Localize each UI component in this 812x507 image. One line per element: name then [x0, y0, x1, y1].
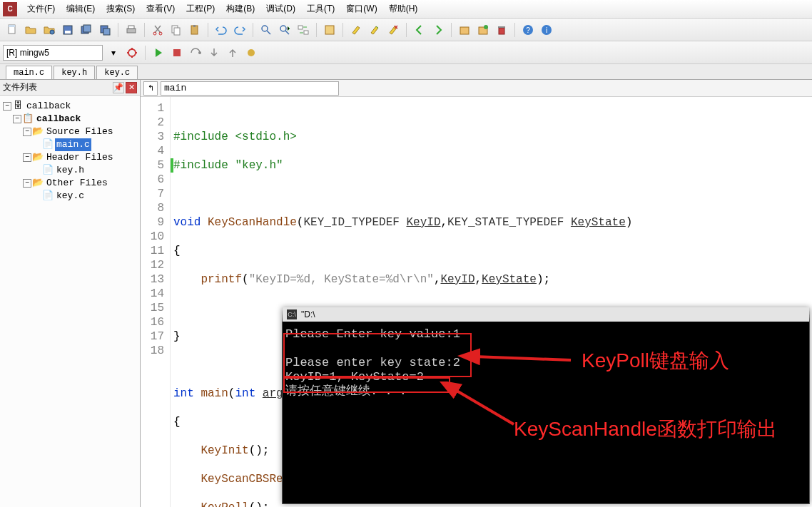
scope-select[interactable]: [161, 81, 339, 96]
svg-point-24: [484, 25, 488, 29]
svg-rect-9: [127, 29, 136, 33]
rebuild-button[interactable]: [475, 22, 491, 38]
paste-button[interactable]: [187, 22, 203, 38]
stop-button[interactable]: [169, 45, 185, 61]
cut-button[interactable]: [150, 22, 166, 38]
new-file-button[interactable]: [4, 22, 20, 38]
svg-rect-32: [173, 49, 181, 56]
tree-label: callback: [35, 113, 82, 126]
redo-button[interactable]: [232, 22, 248, 38]
menu-tools[interactable]: 工具(T): [301, 0, 340, 18]
file-tab-key-h[interactable]: key.h: [54, 66, 95, 79]
step-out-button[interactable]: [225, 45, 240, 61]
c-file-icon: 📄: [43, 140, 53, 150]
tree-label: Source Files: [45, 126, 115, 138]
clean-button[interactable]: [494, 22, 509, 38]
highlight-next-button[interactable]: [367, 22, 382, 38]
svg-point-18: [280, 26, 286, 31]
breakpoint-button[interactable]: [243, 45, 259, 61]
highlight-clear-button[interactable]: [385, 22, 401, 38]
menu-debug[interactable]: 调试(D): [260, 0, 301, 18]
tree-toggle-icon[interactable]: −: [13, 115, 21, 123]
svg-text:?: ?: [526, 26, 530, 34]
save-all-button[interactable]: [78, 22, 94, 38]
config-dropdown-button[interactable]: ▾: [106, 45, 121, 61]
highlight-button[interactable]: [348, 22, 364, 38]
pin-icon[interactable]: 📌: [113, 82, 124, 93]
menu-help[interactable]: 帮助(H): [383, 0, 424, 18]
tree-toggle-icon[interactable]: −: [23, 179, 31, 188]
close-panel-button[interactable]: ✕: [126, 82, 137, 93]
nav-forward-button[interactable]: [430, 22, 446, 38]
tree-toggle-icon[interactable]: −: [3, 102, 11, 111]
toolbar-sep: [144, 23, 145, 37]
config-select[interactable]: [3, 45, 103, 61]
menu-bar: C 文件(F) 编辑(E) 搜索(S) 查看(V) 工程(P) 构建(B) 调试…: [0, 0, 812, 19]
svg-point-31: [128, 49, 136, 56]
folder-icon: 📂: [33, 178, 43, 188]
run-button[interactable]: [151, 45, 166, 61]
svg-rect-25: [499, 28, 504, 34]
line-gutter: 123456789101112131415161718: [141, 97, 171, 507]
scope-up-button[interactable]: ↰: [143, 81, 158, 96]
svg-rect-4: [65, 31, 71, 34]
tree-file-key-c[interactable]: 📄 key.c: [3, 190, 137, 203]
build-button[interactable]: [457, 22, 472, 38]
nav-back-button[interactable]: [412, 22, 427, 38]
tree-source-files[interactable]: − 📂 Source Files: [3, 126, 137, 138]
toggle-bookmark-button[interactable]: [322, 22, 338, 38]
tree-label: Other Files: [45, 177, 109, 190]
tree-header-files[interactable]: − 📂 Header Files: [3, 151, 137, 164]
menu-file[interactable]: 文件(F): [21, 0, 61, 18]
file-list-title-bar: 文件列表 📌 ✕: [0, 80, 140, 96]
build-toolbar: ▾: [0, 41, 812, 64]
tree-toggle-icon[interactable]: −: [23, 128, 31, 136]
about-button[interactable]: i: [539, 22, 554, 38]
help-button[interactable]: ?: [520, 22, 536, 38]
menu-edit[interactable]: 编辑(E): [61, 0, 101, 18]
svg-rect-6: [83, 25, 91, 32]
svg-rect-16: [193, 25, 196, 27]
svg-rect-26: [498, 26, 505, 28]
tree-file-main-c[interactable]: 📄 main.c: [3, 138, 137, 151]
file-tab-key-c[interactable]: key.c: [96, 66, 138, 79]
svg-point-34: [248, 49, 255, 56]
step-into-button[interactable]: [206, 45, 222, 61]
menu-search[interactable]: 搜索(S): [101, 0, 141, 18]
tree-project[interactable]: − 📋 callback: [3, 113, 137, 126]
save-button[interactable]: [60, 22, 76, 38]
tree-toggle-icon[interactable]: −: [23, 153, 31, 162]
undo-button[interactable]: [213, 22, 229, 38]
svg-point-17: [262, 26, 268, 31]
step-over-button[interactable]: [188, 45, 203, 61]
console-window[interactable]: C:\ "D:\ Please Enter key value:1 Please…: [282, 307, 810, 504]
copy-button[interactable]: [168, 22, 184, 38]
console-titlebar[interactable]: C:\ "D:\: [283, 307, 809, 322]
main-toolbar: ? i: [0, 19, 812, 41]
config-settings-button[interactable]: [124, 45, 140, 61]
menu-view[interactable]: 查看(V): [141, 0, 181, 18]
svg-text:i: i: [546, 26, 547, 34]
save-copy-button[interactable]: [97, 22, 113, 38]
svg-rect-8: [103, 29, 110, 35]
find-next-button[interactable]: [277, 22, 293, 38]
open-button[interactable]: [23, 22, 39, 38]
open-recent-button[interactable]: [41, 22, 57, 38]
tree-file-key-h[interactable]: 📄 key.h: [3, 164, 137, 177]
replace-button[interactable]: [295, 22, 311, 38]
workspace-icon: 🗄: [13, 101, 23, 111]
menu-window[interactable]: 窗口(W): [340, 0, 382, 18]
tree-workspace[interactable]: − 🗄 callback: [3, 100, 137, 113]
menu-build[interactable]: 构建(B): [220, 0, 260, 18]
file-tab-main-c[interactable]: main.c: [6, 66, 52, 79]
print-button[interactable]: [123, 22, 139, 38]
svg-point-2: [50, 30, 54, 34]
tree-label: key.h: [55, 164, 86, 177]
find-button[interactable]: [258, 22, 274, 38]
tree-label: main.c: [55, 138, 91, 151]
menu-project[interactable]: 工程(P): [181, 0, 220, 18]
tree-other-files[interactable]: − 📂 Other Files: [3, 177, 137, 190]
active-line-marker: [171, 158, 173, 173]
svg-rect-14: [174, 28, 180, 35]
svg-rect-22: [460, 27, 469, 34]
